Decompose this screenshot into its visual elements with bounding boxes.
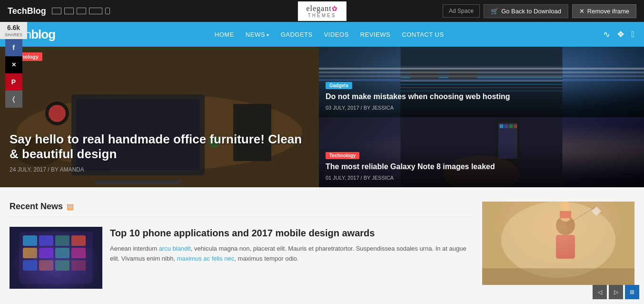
pinterest-icon: P: [11, 78, 16, 86]
social-sidebar: 6.6k Shares f ✕ P 〈: [0, 22, 27, 108]
hero-main-text: Say hello to real handmade office furnit…: [10, 132, 309, 173]
hero-card-2-date: 01 JULY, 2017: [326, 175, 359, 181]
hero-card-1-meta: 03 JULY, 2017 / BY JESSICA: [326, 105, 637, 111]
svg-rect-39: [55, 260, 69, 271]
svg-rect-37: [23, 260, 37, 271]
monitor-icon[interactable]: [52, 8, 61, 14]
prev-button[interactable]: ◁: [593, 285, 607, 299]
elegant-logo-container: elegant✿ themes: [297, 1, 346, 21]
news-excerpt-link-2[interactable]: maximus ac felis nec: [177, 255, 235, 262]
tablet-icon[interactable]: [77, 8, 86, 14]
hero-section: Technology Say hello to real handmade of…: [0, 47, 644, 187]
nav-item-gadgets[interactable]: GADGETS: [281, 30, 313, 39]
svg-rect-33: [23, 248, 37, 258]
rss-icon[interactable]: ▤: [67, 202, 74, 211]
news-text: Top 10 phone applications and 2017 mobil…: [110, 227, 473, 289]
hero-card-1[interactable]: Gadgets Do not make mistakes when choosi…: [319, 47, 644, 117]
sidebar-illustration: [482, 202, 634, 285]
nav-item-videos[interactable]: VIDEOS: [324, 30, 349, 39]
news-item: Top 10 phone applications and 2017 mobil…: [10, 227, 473, 289]
svg-rect-35: [55, 248, 69, 258]
main-content: Recent News ▤: [0, 187, 644, 304]
svg-rect-32: [71, 235, 86, 246]
screen-button[interactable]: ⊞: [625, 285, 639, 299]
tablet-landscape-icon[interactable]: [64, 8, 74, 14]
top-bar-left: TechBlog: [8, 6, 110, 16]
logo-bold: blog: [31, 27, 55, 41]
svg-point-6: [49, 105, 66, 122]
svg-rect-44: [556, 235, 575, 259]
hero-card-2-badge: Technology: [326, 152, 359, 159]
ad-space-button[interactable]: Ad Space: [443, 4, 480, 18]
right-sidebar: [482, 202, 634, 298]
apple-icon[interactable]: : [631, 30, 634, 40]
social-count: 6.6k Shares: [0, 22, 27, 39]
sidebar-featured-image: [482, 202, 634, 285]
news-excerpt: Aenean interdum arcu blandit, vehicula m…: [110, 244, 473, 264]
hero-side-cards: Gadgets Do not make mistakes when choosi…: [319, 47, 644, 187]
hero-card-2-author: BY JESSICA: [364, 175, 394, 181]
rss-icon[interactable]: ∿: [603, 29, 610, 40]
hero-card-1-date: 03 JULY, 2017: [326, 105, 359, 111]
svg-point-46: [561, 202, 570, 211]
nav-link-home[interactable]: HOME: [215, 31, 234, 38]
top-bar: TechBlog elegant✿ themes Ad Space 🛒 Go B…: [0, 0, 644, 22]
hero-main-meta: 24 JULY, 2017 / BY AMANDA: [10, 166, 309, 173]
svg-rect-22: [500, 124, 504, 128]
hero-main-card[interactable]: Technology Say hello to real handmade of…: [0, 47, 319, 187]
phone-icon[interactable]: [105, 8, 110, 14]
hero-main-author: BY AMANDA: [51, 166, 84, 173]
nav-link-contact[interactable]: CONTACT US: [402, 31, 444, 38]
news-excerpt-link-1[interactable]: arcu blandit: [159, 245, 191, 252]
share-button[interactable]: 〈: [5, 91, 22, 108]
facebook-share-button[interactable]: f: [5, 39, 22, 56]
svg-rect-29: [23, 235, 37, 246]
recent-news-section: Recent News ▤: [10, 202, 473, 298]
nav-link-gadgets[interactable]: GADGETS: [281, 31, 313, 38]
nav-links: HOME NEWS GADGETS VIDEOS REVIEWS CONTACT…: [215, 30, 444, 39]
nav-item-news[interactable]: NEWS: [246, 30, 269, 39]
svg-rect-40: [71, 260, 86, 271]
hero-card-2-overlay: Technology The most reliable Galaxy Note…: [319, 144, 644, 187]
svg-rect-23: [505, 124, 508, 128]
shares-count: 6.6k: [5, 24, 22, 31]
nav-item-contact[interactable]: CONTACT US: [402, 30, 444, 39]
news-thumbnail: [10, 227, 102, 289]
svg-rect-50: [482, 268, 634, 285]
elegant-logo-text: elegant✿: [306, 4, 337, 13]
remove-iframe-label: Remove iframe: [587, 8, 629, 15]
hero-card-1-author: BY JESSICA: [364, 105, 394, 111]
hero-main-date: 24 JULY, 2017: [10, 166, 46, 173]
nav-link-videos[interactable]: VIDEOS: [324, 31, 349, 38]
top-bar-view-icons: [52, 8, 110, 14]
hero-main-title: Say hello to real handmade office furnit…: [10, 132, 309, 162]
hero-card-1-title: Do not make mistakes when choosing web h…: [326, 92, 637, 102]
next-button[interactable]: ▷: [609, 285, 623, 299]
remove-iframe-button[interactable]: ✕ Remove iframe: [572, 4, 636, 18]
svg-point-45: [560, 210, 571, 222]
svg-rect-36: [71, 248, 86, 258]
nav-item-home[interactable]: HOME: [215, 30, 234, 39]
hero-card-2-title: The most reliable Galaxy Note 8 images l…: [326, 162, 637, 172]
bottom-right-buttons: ◁ ▷ ⊞: [593, 285, 639, 299]
go-back-button[interactable]: 🛒 Go Back to Download: [484, 4, 568, 18]
svg-rect-28: [19, 232, 93, 284]
tablet-small-icon[interactable]: [89, 8, 102, 14]
recent-news-header: Recent News ▤: [10, 202, 473, 217]
nav-link-news[interactable]: NEWS: [246, 31, 269, 38]
hero-card-2[interactable]: Technology The most reliable Galaxy Note…: [319, 117, 644, 188]
puzzle-icon[interactable]: ❖: [617, 29, 624, 40]
nav-link-reviews[interactable]: REVIEWS: [360, 31, 390, 38]
shares-label: Shares: [5, 32, 22, 37]
svg-marker-49: [592, 206, 601, 216]
star-icon: ✿: [332, 5, 338, 12]
news-title[interactable]: Top 10 phone applications and 2017 mobil…: [110, 227, 473, 239]
svg-rect-30: [39, 235, 53, 246]
svg-rect-31: [55, 235, 69, 246]
hero-card-1-badge: Gadgets: [326, 82, 352, 89]
svg-point-43: [556, 216, 575, 235]
nav-item-reviews[interactable]: REVIEWS: [360, 30, 390, 39]
twitter-share-button[interactable]: ✕: [5, 56, 22, 73]
pinterest-share-button[interactable]: P: [5, 73, 22, 91]
nav-right-icons: ∿ ❖ : [603, 29, 634, 40]
